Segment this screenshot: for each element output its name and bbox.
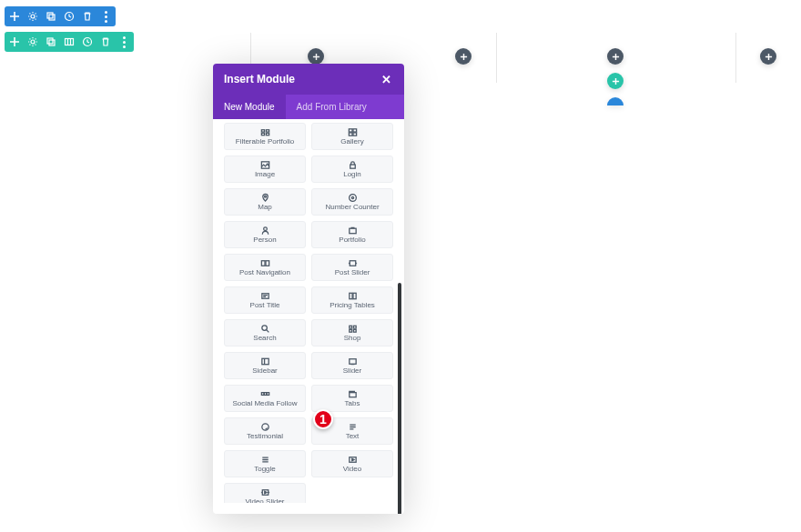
module-label: Video Slider <box>246 498 285 504</box>
module-video[interactable]: Video <box>311 450 393 477</box>
svg-rect-34 <box>353 329 356 332</box>
svg-rect-29 <box>352 293 355 298</box>
module-testimonial[interactable]: Testimonial <box>224 417 306 445</box>
svg-point-22 <box>263 227 267 231</box>
module-filterable-portfolio[interactable]: Filterable Portfolio <box>224 123 306 150</box>
module-label: Testimonial <box>247 433 283 440</box>
module-social-media-follow[interactable]: Social Media Follow <box>224 385 306 412</box>
svg-rect-25 <box>265 261 269 266</box>
add-row-button[interactable] <box>607 73 624 89</box>
add-module-button[interactable] <box>455 48 471 65</box>
module-label: Post Navigation <box>239 269 290 276</box>
module-video-slider[interactable]: Video Slider <box>224 483 306 503</box>
gallery-icon <box>348 128 358 137</box>
text-icon <box>348 423 358 432</box>
add-section-button[interactable] <box>607 97 624 105</box>
column-divider <box>735 33 736 83</box>
add-module-button[interactable] <box>760 48 776 65</box>
annotation-badge-1: 1 <box>313 409 333 429</box>
module-map[interactable]: Map <box>224 188 306 216</box>
trash-icon[interactable] <box>81 10 94 23</box>
clock-icon[interactable] <box>63 10 76 23</box>
tab-new-module[interactable]: New Module <box>213 95 286 119</box>
module-person[interactable]: Person <box>224 221 306 248</box>
portfolio-filter-icon <box>260 128 270 137</box>
gear-icon[interactable] <box>26 35 39 48</box>
module-login[interactable]: Login <box>311 156 393 183</box>
module-label: Filterable Portfolio <box>236 138 294 146</box>
svg-rect-23 <box>349 228 355 234</box>
svg-rect-1 <box>47 13 53 18</box>
svg-rect-14 <box>352 129 356 132</box>
svg-rect-15 <box>349 133 352 136</box>
svg-rect-26 <box>350 261 355 266</box>
module-label: Slider <box>343 367 361 375</box>
module-label: Post Title <box>250 302 280 309</box>
pricing-icon <box>348 292 358 301</box>
svg-rect-32 <box>353 326 356 328</box>
more-icon[interactable] <box>117 35 130 48</box>
module-tabs[interactable]: Tabs <box>311 385 393 412</box>
module-shop[interactable]: Shop <box>311 319 393 346</box>
module-portfolio[interactable]: Portfolio <box>311 221 393 248</box>
person-icon <box>260 226 270 236</box>
scrollbar-thumb[interactable] <box>398 283 401 514</box>
module-label: Pricing Tables <box>330 302 375 309</box>
svg-rect-2 <box>49 15 55 20</box>
post-slider-icon <box>348 259 358 268</box>
social-icon <box>260 390 270 399</box>
tab-add-from-library[interactable]: Add From Library <box>286 95 378 119</box>
gear-icon[interactable] <box>26 10 39 23</box>
module-post-slider[interactable]: Post Slider <box>311 254 393 281</box>
svg-rect-18 <box>350 165 355 168</box>
module-sidebar[interactable]: Sidebar <box>224 352 306 379</box>
svg-point-19 <box>264 196 266 197</box>
more-icon[interactable] <box>99 10 112 23</box>
modal-body: Filterable PortfolioGalleryImageLoginMap… <box>213 119 404 514</box>
duplicate-icon[interactable] <box>45 10 57 23</box>
svg-point-20 <box>349 195 356 202</box>
close-icon[interactable]: ✕ <box>379 72 393 86</box>
section-toolbar-blue <box>5 6 116 26</box>
module-post-title[interactable]: Post Title <box>224 286 306 314</box>
module-gallery[interactable]: Gallery <box>311 123 393 150</box>
module-label: Search <box>253 335 276 342</box>
svg-rect-16 <box>352 133 356 136</box>
toggle-icon <box>260 456 270 465</box>
module-label: Post Slider <box>335 269 370 276</box>
module-label: Tabs <box>345 400 360 407</box>
module-toggle[interactable]: Toggle <box>224 450 306 477</box>
modal-title: Insert Module <box>224 73 295 85</box>
add-module-button[interactable] <box>308 48 324 65</box>
clock-icon[interactable] <box>81 35 94 48</box>
module-image[interactable]: Image <box>224 156 306 183</box>
map-pin-icon <box>260 194 270 203</box>
svg-rect-7 <box>66 39 74 45</box>
module-label: Person <box>253 236 276 244</box>
module-label: Image <box>255 171 275 178</box>
module-grid: Filterable PortfolioGalleryImageLoginMap… <box>224 123 393 503</box>
module-post-navigation[interactable]: Post Navigation <box>224 254 306 281</box>
svg-rect-13 <box>349 129 352 132</box>
module-slider[interactable]: Slider <box>311 352 393 379</box>
module-label: Number Counter <box>325 204 379 211</box>
columns-icon[interactable] <box>63 35 76 48</box>
module-label: Toggle <box>254 466 276 473</box>
svg-rect-39 <box>266 393 269 396</box>
module-number-counter[interactable]: Number Counter <box>311 188 393 216</box>
svg-rect-36 <box>349 359 355 365</box>
svg-rect-35 <box>261 358 268 364</box>
module-pricing-tables[interactable]: Pricing Tables <box>311 286 393 314</box>
column-divider <box>496 33 497 83</box>
module-search[interactable]: Search <box>224 319 306 346</box>
trash-icon[interactable] <box>99 35 112 48</box>
plus-icon[interactable] <box>8 35 21 48</box>
duplicate-icon[interactable] <box>45 35 57 48</box>
svg-rect-10 <box>266 130 269 132</box>
plus-icon[interactable] <box>8 10 21 23</box>
add-module-button[interactable] <box>607 48 624 65</box>
modal-header: Insert Module ✕ <box>213 64 404 95</box>
svg-rect-28 <box>349 293 351 298</box>
lock-icon <box>348 161 358 170</box>
post-nav-icon <box>260 259 270 268</box>
